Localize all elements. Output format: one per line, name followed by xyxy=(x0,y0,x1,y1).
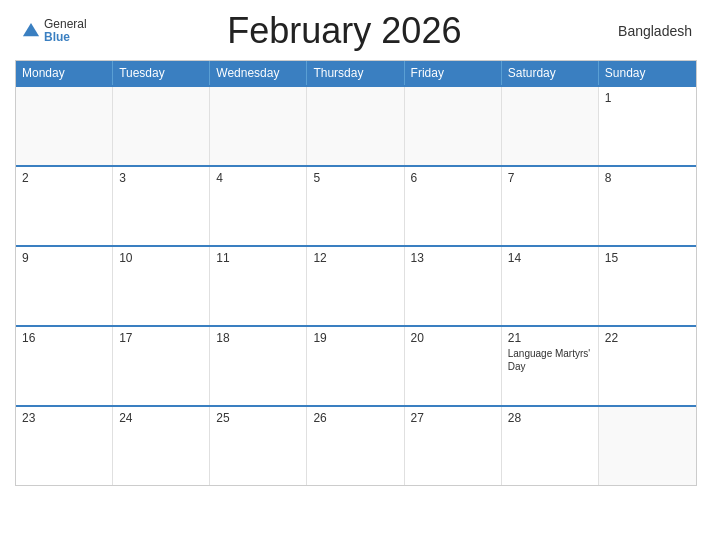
day-number: 6 xyxy=(411,171,495,185)
day-header-sunday: Sunday xyxy=(599,61,696,85)
day-cell: 3 xyxy=(113,167,210,245)
day-number: 20 xyxy=(411,331,495,345)
svg-marker-0 xyxy=(23,23,39,36)
day-number: 2 xyxy=(22,171,106,185)
day-cell: 5 xyxy=(307,167,404,245)
day-cell: 7 xyxy=(502,167,599,245)
day-cell xyxy=(16,87,113,165)
day-cell: 18 xyxy=(210,327,307,405)
day-cell: 24 xyxy=(113,407,210,485)
calendar-container: General Blue February 2026 Bangladesh Mo… xyxy=(0,0,712,550)
day-number: 8 xyxy=(605,171,690,185)
week-row: 2345678 xyxy=(16,165,696,245)
day-number: 24 xyxy=(119,411,203,425)
month-title: February 2026 xyxy=(87,10,602,52)
day-cell: 27 xyxy=(405,407,502,485)
day-cell xyxy=(599,407,696,485)
day-cell: 13 xyxy=(405,247,502,325)
day-cell: 12 xyxy=(307,247,404,325)
day-header-thursday: Thursday xyxy=(307,61,404,85)
day-cell: 16 xyxy=(16,327,113,405)
day-cell: 20 xyxy=(405,327,502,405)
day-number: 11 xyxy=(216,251,300,265)
weeks: 123456789101112131415161718192021Languag… xyxy=(16,85,696,485)
day-number: 19 xyxy=(313,331,397,345)
day-cell: 25 xyxy=(210,407,307,485)
day-cell: 17 xyxy=(113,327,210,405)
calendar-grid: MondayTuesdayWednesdayThursdayFridaySatu… xyxy=(15,60,697,486)
calendar-header: General Blue February 2026 Bangladesh xyxy=(15,10,697,52)
week-row: 161718192021Language Martyrs' Day22 xyxy=(16,325,696,405)
day-cell: 14 xyxy=(502,247,599,325)
day-number: 21 xyxy=(508,331,592,345)
day-number: 9 xyxy=(22,251,106,265)
day-cell: 22 xyxy=(599,327,696,405)
day-cell: 4 xyxy=(210,167,307,245)
day-number: 22 xyxy=(605,331,690,345)
day-cell: 28 xyxy=(502,407,599,485)
logo-text: General Blue xyxy=(44,18,87,44)
day-cell: 26 xyxy=(307,407,404,485)
day-cell xyxy=(113,87,210,165)
logo: General Blue xyxy=(20,18,87,44)
day-cell: 8 xyxy=(599,167,696,245)
day-cell xyxy=(502,87,599,165)
week-row: 232425262728 xyxy=(16,405,696,485)
day-number: 7 xyxy=(508,171,592,185)
logo-blue: Blue xyxy=(44,31,87,44)
day-cell: 19 xyxy=(307,327,404,405)
day-cell: 10 xyxy=(113,247,210,325)
day-cell: 6 xyxy=(405,167,502,245)
day-number: 1 xyxy=(605,91,690,105)
day-header-friday: Friday xyxy=(405,61,502,85)
day-cell: 21Language Martyrs' Day xyxy=(502,327,599,405)
day-number: 16 xyxy=(22,331,106,345)
event-text: Language Martyrs' Day xyxy=(508,347,592,373)
day-cell: 1 xyxy=(599,87,696,165)
country-label: Bangladesh xyxy=(602,23,692,39)
day-cell: 23 xyxy=(16,407,113,485)
day-number: 26 xyxy=(313,411,397,425)
day-cell xyxy=(307,87,404,165)
day-number: 23 xyxy=(22,411,106,425)
days-header: MondayTuesdayWednesdayThursdayFridaySatu… xyxy=(16,61,696,85)
day-number: 28 xyxy=(508,411,592,425)
day-number: 25 xyxy=(216,411,300,425)
day-number: 27 xyxy=(411,411,495,425)
day-cell xyxy=(405,87,502,165)
day-cell xyxy=(210,87,307,165)
day-header-wednesday: Wednesday xyxy=(210,61,307,85)
day-number: 17 xyxy=(119,331,203,345)
day-number: 12 xyxy=(313,251,397,265)
day-number: 4 xyxy=(216,171,300,185)
day-number: 13 xyxy=(411,251,495,265)
day-cell: 15 xyxy=(599,247,696,325)
day-number: 15 xyxy=(605,251,690,265)
day-number: 5 xyxy=(313,171,397,185)
week-row: 9101112131415 xyxy=(16,245,696,325)
day-number: 10 xyxy=(119,251,203,265)
day-header-saturday: Saturday xyxy=(502,61,599,85)
logo-icon xyxy=(20,20,42,42)
day-cell: 9 xyxy=(16,247,113,325)
day-number: 3 xyxy=(119,171,203,185)
day-cell: 2 xyxy=(16,167,113,245)
day-cell: 11 xyxy=(210,247,307,325)
day-number: 14 xyxy=(508,251,592,265)
day-header-monday: Monday xyxy=(16,61,113,85)
day-number: 18 xyxy=(216,331,300,345)
day-header-tuesday: Tuesday xyxy=(113,61,210,85)
week-row: 1 xyxy=(16,85,696,165)
